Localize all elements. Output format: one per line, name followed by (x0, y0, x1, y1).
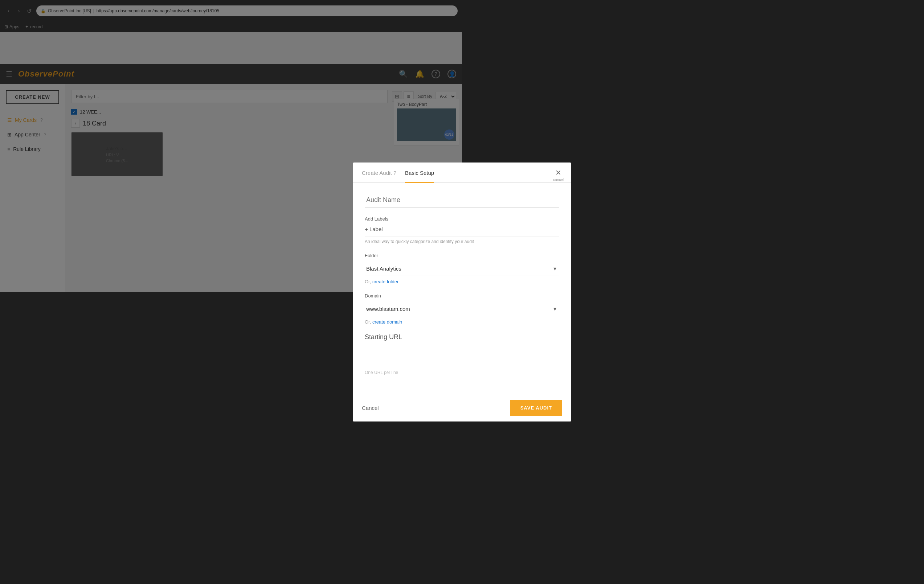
folder-label: Folder (365, 253, 462, 258)
modal-overlay: Create Audit ? Basic Setup ✕ cancel Add … (0, 0, 462, 292)
dialog-body: Add Labels + Label An ideal way to quick… (353, 183, 462, 292)
folder-select-wrapper: Blast Analytics ▾ (365, 261, 462, 276)
dialog: Create Audit ? Basic Setup ✕ cancel Add … (353, 163, 462, 292)
add-label-button[interactable]: + Label (365, 225, 383, 234)
tab-basic-setup[interactable]: Basic Setup (405, 170, 434, 183)
folder-select[interactable]: Blast Analytics (365, 261, 462, 276)
folder-group: Folder Blast Analytics ▾ Or, create fold… (365, 253, 462, 285)
label-hint: An ideal way to quickly categorize and i… (365, 239, 462, 244)
add-labels-label: Add Labels (365, 216, 462, 222)
add-labels-group: Add Labels + Label An ideal way to quick… (365, 216, 462, 244)
tab-create-audit[interactable]: Create Audit ? (362, 170, 396, 183)
audit-name-group (365, 193, 462, 207)
folder-create-or: Or, create folder (365, 279, 462, 285)
audit-name-input[interactable] (365, 193, 462, 207)
create-folder-link[interactable]: create folder (372, 279, 398, 285)
dialog-header: Create Audit ? Basic Setup ✕ cancel (353, 163, 462, 183)
